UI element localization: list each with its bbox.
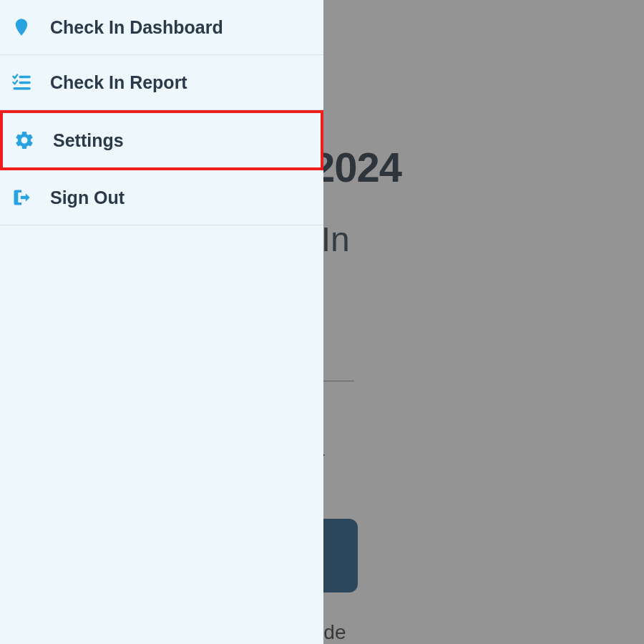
list-check-icon: [10, 71, 33, 94]
sign-out-icon: [10, 186, 33, 209]
svg-rect-0: [19, 76, 31, 79]
sidebar-item-label: Settings: [53, 130, 124, 151]
sidebar-item-report[interactable]: Check In Report: [0, 55, 323, 110]
sidebar-item-settings[interactable]: Settings: [0, 110, 323, 170]
gear-icon: [13, 129, 36, 152]
sidebar-item-label: Check In Report: [50, 72, 187, 93]
sidebar-menu: Check In Dashboard Check In Report Setti…: [0, 0, 323, 644]
sidebar-item-label: Check In Dashboard: [50, 17, 223, 38]
map-pin-icon: [10, 16, 33, 39]
sidebar-item-label: Sign Out: [50, 187, 125, 208]
sidebar-item-dashboard[interactable]: Check In Dashboard: [0, 0, 323, 55]
sidebar-item-signout[interactable]: Sign Out: [0, 170, 323, 225]
svg-rect-2: [13, 87, 31, 90]
svg-rect-1: [19, 82, 31, 84]
